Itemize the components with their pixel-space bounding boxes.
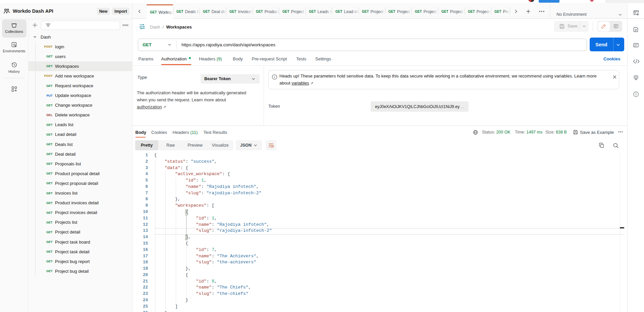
- svg-text:HTTP: HTTP: [140, 26, 145, 28]
